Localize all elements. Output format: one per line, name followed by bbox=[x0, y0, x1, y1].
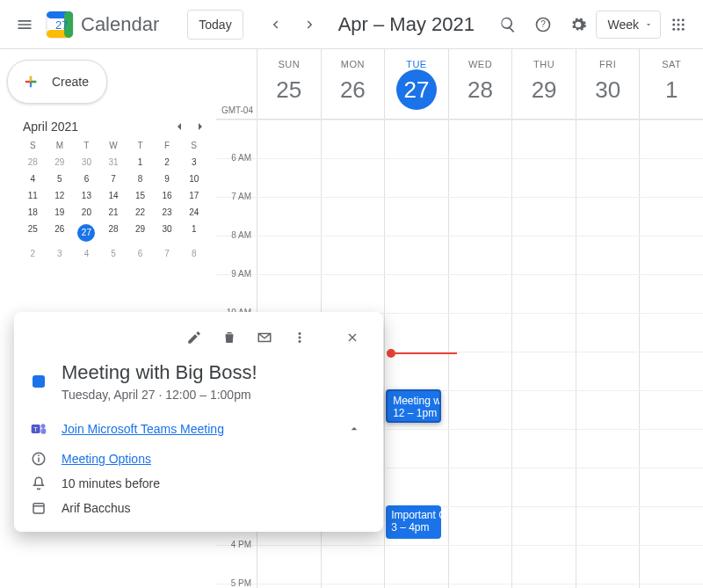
time-cell[interactable] bbox=[257, 546, 321, 584]
mini-day[interactable]: 22 bbox=[127, 207, 154, 217]
time-cell[interactable] bbox=[639, 236, 703, 274]
time-cell[interactable] bbox=[639, 391, 703, 429]
apps-button[interactable] bbox=[661, 7, 696, 42]
time-cell[interactable] bbox=[639, 430, 703, 468]
time-cell[interactable] bbox=[448, 430, 512, 468]
time-cell[interactable] bbox=[576, 352, 640, 390]
time-cell[interactable] bbox=[511, 275, 576, 313]
time-cell[interactable] bbox=[384, 275, 448, 313]
time-cell[interactable] bbox=[448, 275, 512, 313]
mini-day[interactable]: 20 bbox=[73, 207, 100, 217]
mini-day[interactable]: 15 bbox=[127, 191, 154, 200]
day-header[interactable]: MON26 bbox=[321, 49, 385, 119]
time-cell[interactable] bbox=[511, 584, 576, 588]
mini-day[interactable]: 26 bbox=[47, 224, 74, 242]
edit-event-button[interactable] bbox=[179, 323, 209, 352]
mini-day[interactable]: 18 bbox=[19, 207, 47, 217]
time-cell[interactable] bbox=[576, 314, 640, 352]
mini-day[interactable]: 30 bbox=[73, 157, 100, 167]
time-cell[interactable] bbox=[384, 159, 448, 197]
mini-day[interactable]: 1 bbox=[180, 224, 207, 242]
time-cell[interactable] bbox=[639, 546, 703, 584]
email-guests-button[interactable] bbox=[250, 323, 279, 352]
mini-day[interactable]: 1 bbox=[127, 157, 154, 167]
time-cell[interactable] bbox=[639, 120, 703, 158]
event-options-button[interactable] bbox=[285, 323, 315, 352]
time-cell[interactable] bbox=[511, 120, 576, 158]
time-cell[interactable] bbox=[448, 159, 512, 197]
time-cell[interactable] bbox=[576, 198, 640, 236]
time-cell[interactable] bbox=[321, 275, 385, 313]
time-cell[interactable] bbox=[448, 507, 512, 545]
mini-day[interactable]: 8 bbox=[180, 249, 207, 258]
time-cell[interactable] bbox=[639, 352, 703, 390]
time-cell[interactable] bbox=[511, 198, 576, 236]
time-cell[interactable] bbox=[576, 468, 640, 506]
time-cell[interactable] bbox=[448, 468, 512, 506]
time-cell[interactable] bbox=[321, 236, 385, 274]
mini-day[interactable]: 4 bbox=[19, 174, 47, 184]
close-popup-button[interactable] bbox=[337, 323, 367, 352]
today-button[interactable]: Today bbox=[187, 10, 243, 40]
mini-prev-button[interactable] bbox=[172, 120, 186, 134]
time-cell[interactable] bbox=[321, 159, 385, 197]
mini-day[interactable]: 6 bbox=[127, 249, 154, 258]
time-cell[interactable] bbox=[511, 546, 576, 584]
collapse-conference-button[interactable] bbox=[341, 416, 367, 442]
time-cell[interactable] bbox=[448, 314, 512, 352]
time-cell[interactable] bbox=[511, 507, 576, 545]
mini-day[interactable]: 28 bbox=[100, 224, 127, 242]
mini-day[interactable]: 14 bbox=[100, 191, 127, 200]
mini-day[interactable]: 5 bbox=[100, 249, 127, 258]
time-cell[interactable] bbox=[576, 430, 640, 468]
search-button[interactable] bbox=[490, 7, 525, 42]
mini-day[interactable]: 7 bbox=[154, 249, 181, 258]
time-cell[interactable] bbox=[576, 546, 640, 584]
mini-day[interactable]: 5 bbox=[47, 174, 74, 184]
mini-day[interactable]: 24 bbox=[180, 207, 207, 217]
time-cell[interactable] bbox=[384, 120, 448, 158]
time-cell[interactable] bbox=[384, 430, 448, 468]
day-header[interactable]: FRI30 bbox=[576, 49, 640, 119]
prev-period-button[interactable] bbox=[257, 7, 293, 42]
mini-day[interactable]: 6 bbox=[73, 174, 100, 184]
mini-day[interactable]: 7 bbox=[100, 174, 127, 184]
time-cell[interactable] bbox=[639, 507, 703, 545]
time-cell[interactable] bbox=[511, 159, 576, 197]
time-cell[interactable] bbox=[448, 198, 512, 236]
time-cell[interactable] bbox=[639, 584, 703, 588]
time-cell[interactable] bbox=[257, 120, 321, 158]
view-switcher[interactable]: Week bbox=[596, 11, 661, 39]
mini-day[interactable]: 27 bbox=[73, 224, 100, 242]
time-cell[interactable] bbox=[384, 468, 448, 506]
time-cell[interactable] bbox=[257, 198, 321, 236]
time-cell[interactable] bbox=[257, 159, 321, 197]
time-cell[interactable] bbox=[448, 236, 512, 274]
join-meeting-link[interactable]: Join Microsoft Teams Meeting bbox=[62, 422, 224, 436]
time-cell[interactable] bbox=[448, 546, 512, 584]
mini-day[interactable]: 29 bbox=[47, 157, 74, 167]
time-cell[interactable] bbox=[576, 391, 640, 429]
time-cell[interactable] bbox=[384, 352, 448, 390]
time-cell[interactable] bbox=[257, 584, 321, 588]
help-button[interactable]: ? bbox=[525, 7, 561, 42]
mini-day[interactable]: 23 bbox=[154, 207, 181, 217]
mini-day[interactable]: 25 bbox=[19, 224, 47, 242]
mini-day[interactable]: 19 bbox=[47, 207, 74, 217]
day-header[interactable]: TUE27 bbox=[384, 49, 448, 119]
calendar-event[interactable]: Important Call3 – 4pm bbox=[386, 505, 441, 539]
mini-day[interactable]: 29 bbox=[127, 224, 154, 242]
mini-day[interactable]: 30 bbox=[154, 224, 181, 242]
time-cell[interactable] bbox=[511, 468, 576, 506]
mini-day[interactable]: 12 bbox=[47, 191, 74, 200]
time-cell[interactable] bbox=[576, 584, 640, 588]
time-cell[interactable] bbox=[511, 236, 576, 274]
mini-day[interactable]: 21 bbox=[100, 207, 127, 217]
time-cell[interactable] bbox=[639, 198, 703, 236]
time-cell[interactable] bbox=[576, 275, 640, 313]
mini-day[interactable]: 13 bbox=[73, 191, 100, 200]
time-cell[interactable] bbox=[257, 236, 321, 274]
settings-button[interactable] bbox=[561, 7, 596, 42]
day-header[interactable]: SAT1 bbox=[639, 49, 703, 119]
time-cell[interactable] bbox=[448, 584, 512, 588]
